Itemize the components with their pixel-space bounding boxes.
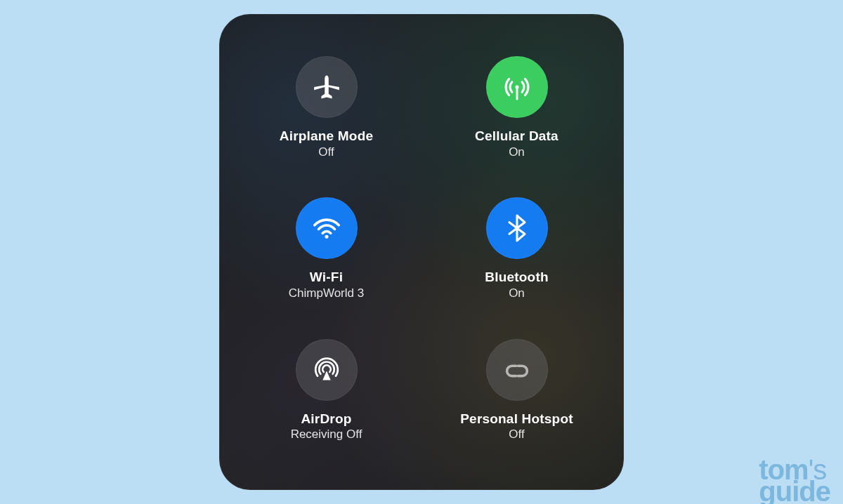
bluetooth-toggle[interactable]: Bluetooth On	[428, 194, 606, 323]
wifi-button[interactable]	[296, 197, 358, 259]
airplane-mode-labels: Airplane Mode Off	[280, 128, 374, 159]
wifi-status: ChimpWorld 3	[289, 286, 364, 300]
wifi-toggle[interactable]: Wi-Fi ChimpWorld 3	[237, 194, 415, 323]
airdrop-button[interactable]	[296, 339, 358, 401]
personal-hotspot-status: Off	[460, 427, 573, 442]
bluetooth-button[interactable]	[486, 197, 548, 259]
airplane-mode-status: Off	[280, 145, 374, 159]
bluetooth-title: Bluetooth	[485, 269, 548, 286]
personal-hotspot-toggle[interactable]: Personal Hotspot Off	[428, 336, 606, 465]
cellular-data-labels: Cellular Data On	[475, 128, 558, 159]
airdrop-status: Receiving Off	[291, 427, 362, 442]
cellular-data-title: Cellular Data	[475, 128, 558, 145]
wifi-labels: Wi-Fi ChimpWorld 3	[289, 269, 364, 300]
personal-hotspot-labels: Personal Hotspot Off	[460, 411, 573, 442]
connectivity-panel: Airplane Mode Off Cell	[219, 14, 624, 490]
svg-point-2	[325, 235, 328, 239]
cellular-data-toggle[interactable]: Cellular Data On	[428, 53, 606, 182]
airdrop-title: AirDrop	[291, 411, 362, 427]
airdrop-labels: AirDrop Receiving Off	[291, 411, 362, 442]
control-center-backdrop: Airplane Mode Off Cell	[219, 14, 624, 490]
airplane-mode-title: Airplane Mode	[280, 128, 374, 145]
bluetooth-status: On	[485, 286, 548, 300]
hotspot-icon	[501, 354, 533, 386]
cellular-data-button[interactable]	[486, 56, 548, 118]
bluetooth-icon	[502, 213, 532, 244]
airplane-mode-toggle[interactable]: Airplane Mode Off	[237, 53, 415, 182]
personal-hotspot-title: Personal Hotspot	[460, 411, 573, 427]
personal-hotspot-button[interactable]	[486, 339, 548, 401]
watermark-logo: tom's guide	[759, 459, 830, 503]
bluetooth-labels: Bluetooth On	[485, 269, 548, 300]
wifi-icon	[311, 212, 343, 244]
cellular-data-status: On	[475, 145, 558, 159]
airplane-icon	[311, 72, 342, 102]
watermark-line2: guide	[759, 481, 830, 503]
wifi-title: Wi-Fi	[289, 269, 364, 286]
airdrop-icon	[311, 354, 343, 386]
airdrop-toggle[interactable]: AirDrop Receiving Off	[237, 336, 415, 465]
cellular-icon	[501, 71, 533, 103]
airplane-mode-button[interactable]	[296, 56, 358, 118]
